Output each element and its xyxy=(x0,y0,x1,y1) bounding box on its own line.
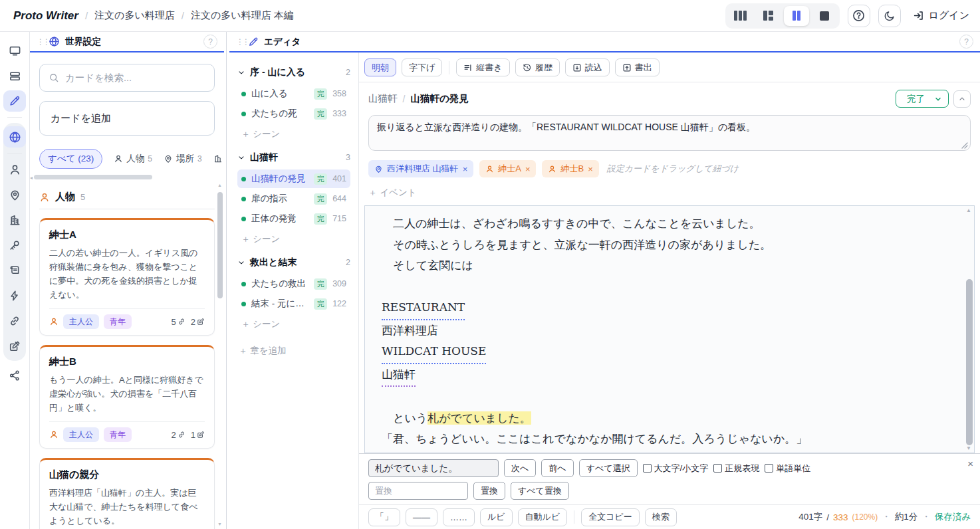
character-card[interactable]: 山猫の親分 西洋料理店「山猫軒」の主人。実は巨大な山猫で、紳士たちを料理して食べ… xyxy=(39,458,215,529)
linked-text-yamanekoken[interactable]: 山猫軒 xyxy=(382,364,416,387)
rail-editor-button[interactable] xyxy=(3,90,26,112)
collapse-summary-button[interactable] xyxy=(953,90,971,108)
scrollbar-thumb[interactable] xyxy=(966,279,973,445)
ruby-button[interactable]: ルビ xyxy=(480,508,513,526)
card-search-input[interactable] xyxy=(65,72,205,83)
filter-people-chip[interactable]: 人物 5 xyxy=(114,153,152,165)
resize-handle-icon[interactable] xyxy=(961,142,968,149)
auto-ruby-button[interactable]: 自動ルビ xyxy=(518,508,568,526)
rail-characters-button[interactable] xyxy=(3,159,26,180)
add-card-button[interactable]: カードを追加 xyxy=(39,101,215,136)
remove-tag-icon[interactable]: × xyxy=(588,164,593,174)
find-next-button[interactable]: 次へ xyxy=(504,459,536,477)
scroll-up-icon[interactable]: ▲ xyxy=(966,207,971,213)
cards-vertical-scrollbar[interactable]: ▲ ▼ xyxy=(217,183,223,526)
breadcrumb-project[interactable]: 注文の多い料理店 xyxy=(94,9,175,22)
scrollbar-thumb[interactable] xyxy=(217,192,223,298)
regex-checkbox[interactable]: 正規表現 xyxy=(713,463,759,475)
linked-text-wildcat-house[interactable]: WILDCAT HOUSE xyxy=(382,341,486,364)
rail-lore-button[interactable] xyxy=(3,260,26,281)
scroll-up-icon[interactable]: ▲ xyxy=(217,183,222,187)
indent-button[interactable]: 字下げ xyxy=(402,58,442,76)
app-logo[interactable]: Proto Writer xyxy=(13,9,78,23)
export-button[interactable]: 書出 xyxy=(615,58,660,76)
linked-place-tag[interactable]: 西洋料理店 山猫軒 × xyxy=(368,160,473,177)
replace-input[interactable] xyxy=(368,482,468,500)
panel-resizer[interactable] xyxy=(224,32,229,529)
find-prev-button[interactable]: 前へ xyxy=(541,459,573,477)
checkbox-icon[interactable] xyxy=(713,464,722,473)
history-button[interactable]: 履歴 xyxy=(515,58,560,76)
remove-tag-icon[interactable]: × xyxy=(463,164,468,174)
character-card[interactable]: 紳士B もう一人の紳士。Aと同様に狩猟好きで虚栄心が強い。犬の損害を「二千八百円… xyxy=(39,345,215,449)
chapter-row[interactable]: 序 - 山に入る 2 xyxy=(237,66,350,78)
rail-projects-button[interactable] xyxy=(3,40,26,61)
scroll-down-icon[interactable]: ▼ xyxy=(217,522,222,526)
replace-all-button[interactable]: すべて置換 xyxy=(511,482,569,500)
layout-single-button[interactable] xyxy=(812,6,837,26)
filter-places-chip[interactable]: 場所 3 xyxy=(164,153,202,165)
add-chapter-button[interactable]: ＋ 章を追加 xyxy=(237,337,350,365)
whole-word-checkbox[interactable]: 単語単位 xyxy=(765,463,810,475)
checkbox-icon[interactable] xyxy=(765,464,773,473)
scrollbar-thumb[interactable] xyxy=(34,175,152,179)
scene-item[interactable]: 正体の発覚 完 715 xyxy=(237,209,350,228)
insert-dash-button[interactable]: —— xyxy=(406,508,437,526)
linked-text-restaurant[interactable]: RESTAURANT xyxy=(382,297,465,320)
rail-relations-button[interactable] xyxy=(3,365,26,386)
add-event-button[interactable]: ＋ イベント xyxy=(368,187,971,199)
select-all-matches-button[interactable]: すべて選択 xyxy=(579,459,638,477)
help-button[interactable] xyxy=(848,5,870,27)
copy-all-button[interactable]: 全文コピー xyxy=(581,508,640,526)
layout-mixed-button[interactable] xyxy=(756,6,781,26)
manuscript-text[interactable]: 二人の紳士は、ざわざわ鳴るすすきの中で、こんなことを云いました。 その時ふとうし… xyxy=(364,205,975,453)
scene-item[interactable]: 結末 - 元に戻らな… 完 122 xyxy=(237,294,350,313)
chapter-row[interactable]: 山猫軒 3 xyxy=(237,152,350,163)
scene-status-select[interactable]: 完了 xyxy=(896,90,949,108)
scene-item[interactable]: 犬たちの救出 完 309 xyxy=(237,274,350,293)
vertical-writing-button[interactable]: 縦書き xyxy=(456,58,509,76)
chapter-row[interactable]: 救出と結末 2 xyxy=(237,257,350,268)
find-input[interactable] xyxy=(368,459,499,477)
drag-handle-icon[interactable]: ⋮⋮ xyxy=(236,37,243,47)
rail-items-button[interactable] xyxy=(3,235,26,256)
add-scene-button[interactable]: ＋ シーン xyxy=(237,314,350,337)
login-button[interactable]: ログイン xyxy=(913,9,969,22)
layout-two-columns-button[interactable] xyxy=(784,6,809,26)
rail-organizations-button[interactable] xyxy=(3,209,26,231)
scene-chapter-crumb[interactable]: 山猫軒 xyxy=(368,92,398,105)
breadcrumb-document[interactable]: 注文の多い料理店 本編 xyxy=(191,9,294,22)
layout-three-columns-button[interactable] xyxy=(728,6,753,26)
linked-person-tag[interactable]: 紳士A × xyxy=(479,160,536,177)
scene-item[interactable]: 山に入る 完 358 xyxy=(237,84,350,103)
add-scene-button[interactable]: ＋ シーン xyxy=(237,229,350,252)
rail-places-button[interactable] xyxy=(3,184,26,205)
scroll-down-icon[interactable]: ▼ xyxy=(966,445,971,451)
insert-ellipsis-button[interactable]: …… xyxy=(443,508,475,526)
rail-documents-button[interactable] xyxy=(3,65,26,86)
rail-events-button[interactable] xyxy=(3,285,26,306)
scene-item[interactable]: 犬たちの死 完 333 xyxy=(237,104,350,123)
chips-horizontal-scrollbar[interactable]: ◂ xyxy=(31,175,216,180)
scene-item[interactable]: 扉の指示 完 644 xyxy=(237,189,350,208)
rail-links-button[interactable] xyxy=(3,310,26,332)
match-case-checkbox[interactable]: 大文字/小文字 xyxy=(643,463,709,475)
drag-handle-icon[interactable]: ⋮⋮ xyxy=(37,37,43,47)
rail-world-button[interactable] xyxy=(3,126,26,148)
linked-person-tag[interactable]: 紳士B × xyxy=(542,160,598,177)
add-scene-button[interactable]: ＋ シーン xyxy=(237,124,350,147)
filter-organizations-chip[interactable]: 組織 xyxy=(213,153,224,165)
editor-help-button[interactable]: ? xyxy=(959,35,973,49)
manuscript-scrollbar[interactable]: ▲ ▼ xyxy=(965,207,973,451)
remove-tag-icon[interactable]: × xyxy=(525,164,531,174)
character-card[interactable]: 紳士A 二人の若い紳士の一人。イギリス風の狩猟装備に身を包み、獲物を撃つことに夢… xyxy=(39,218,215,336)
checkbox-icon[interactable] xyxy=(643,464,652,473)
filter-all-chip[interactable]: すべて (23) xyxy=(39,149,102,169)
replace-button[interactable]: 置換 xyxy=(473,482,505,500)
scene-summary-textarea[interactable]: 振り返ると立派な西洋造りの建物。「RESTAURANT WILDCAT HOUS… xyxy=(368,115,971,151)
dark-mode-button[interactable] xyxy=(878,5,901,27)
insert-brackets-button[interactable]: 「」 xyxy=(368,508,400,526)
search-button[interactable]: 検索 xyxy=(645,508,677,526)
world-help-button[interactable]: ? xyxy=(203,35,217,49)
scene-item-selected[interactable]: 山猫軒の発見 完 401 xyxy=(237,169,350,188)
